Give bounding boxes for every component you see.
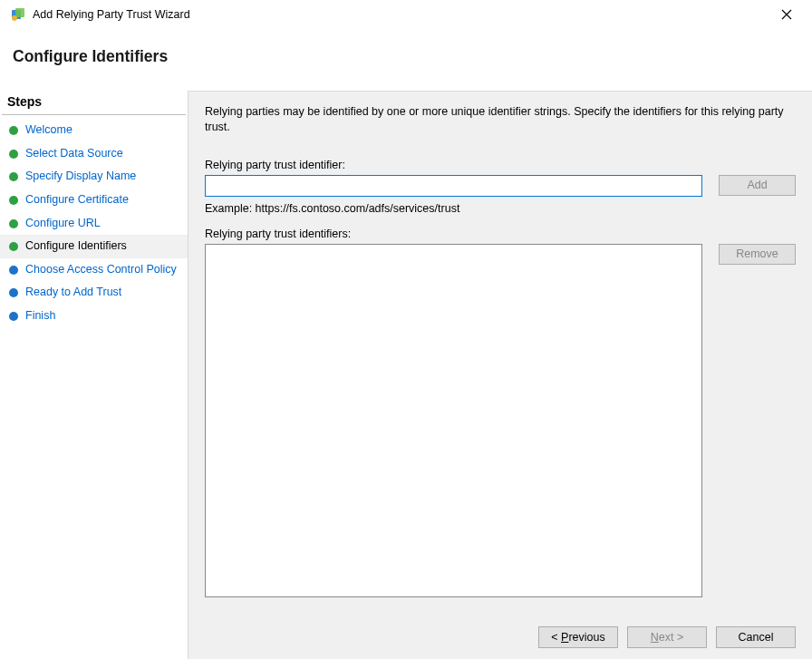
step-bullet-icon: [9, 312, 18, 321]
add-button[interactable]: Add: [719, 175, 796, 196]
page-heading: Configure Identifiers: [13, 47, 799, 66]
step-select-data-source[interactable]: Select Data Source: [0, 142, 188, 166]
work-area: Steps Welcome Select Data Source Specify…: [0, 91, 812, 659]
step-specify-display-name[interactable]: Specify Display Name: [0, 165, 188, 189]
steps-sidebar: Steps Welcome Select Data Source Specify…: [0, 91, 188, 659]
svg-point-2: [12, 15, 17, 21]
remove-button[interactable]: Remove: [719, 244, 796, 265]
step-bullet-icon: [9, 288, 18, 297]
description-text: Relying parties may be identified by one…: [205, 104, 785, 135]
step-label: Choose Access Control Policy: [25, 263, 177, 277]
step-configure-certificate[interactable]: Configure Certificate: [0, 189, 188, 212]
step-ready-to-add-trust[interactable]: Ready to Add Trust: [0, 281, 188, 305]
app-icon: [11, 7, 25, 22]
step-choose-access-control-policy[interactable]: Choose Access Control Policy: [0, 258, 188, 282]
step-bullet-icon: [9, 219, 18, 228]
close-button[interactable]: [768, 2, 805, 27]
step-bullet-icon: [9, 150, 18, 159]
btn-prefix: <: [551, 631, 561, 644]
step-label: Configure Certificate: [25, 193, 129, 208]
step-bullet-icon: [9, 266, 18, 275]
step-bullet-icon: [9, 242, 18, 251]
step-label: Configure Identifiers: [25, 239, 127, 254]
cancel-button[interactable]: Cancel: [716, 626, 796, 648]
identifier-listbox[interactable]: [205, 244, 702, 597]
identifier-input[interactable]: [205, 175, 702, 197]
svg-rect-1: [15, 8, 24, 17]
step-label: Configure URL: [25, 217, 101, 231]
step-welcome[interactable]: Welcome: [0, 119, 188, 142]
identifier-input-label: Relying party trust identifier:: [205, 159, 796, 171]
step-label: Finish: [25, 309, 55, 324]
step-label: Ready to Add Trust: [25, 286, 121, 300]
previous-button[interactable]: < Previous: [538, 626, 618, 648]
next-button[interactable]: Next >: [627, 626, 707, 648]
window-title: Add Relying Party Trust Wizard: [33, 8, 768, 21]
close-icon: [781, 9, 792, 20]
step-label: Specify Display Name: [25, 170, 136, 184]
step-bullet-icon: [9, 126, 18, 135]
step-label: Welcome: [25, 123, 72, 138]
btn-rest: revious: [568, 631, 604, 644]
content-pane: Relying parties may be identified by one…: [188, 91, 812, 659]
step-label: Select Data Source: [25, 147, 123, 161]
btn-rest: ext >: [659, 631, 683, 644]
step-bullet-icon: [9, 196, 18, 205]
identifier-list-label: Relying party trust identifiers:: [205, 228, 796, 240]
page-header: Configure Identifiers: [0, 29, 812, 81]
btn-ul: N: [651, 631, 659, 644]
wizard-footer: < Previous Next > Cancel: [205, 612, 796, 648]
steps-header: Steps: [2, 91, 186, 115]
title-bar: Add Relying Party Trust Wizard: [0, 0, 812, 29]
step-bullet-icon: [9, 172, 18, 181]
step-finish[interactable]: Finish: [0, 305, 188, 328]
identifier-example-text: Example: https://fs.contoso.com/adfs/ser…: [205, 202, 796, 215]
step-configure-url[interactable]: Configure URL: [0, 212, 188, 236]
steps-list: Welcome Select Data Source Specify Displ…: [0, 119, 188, 328]
step-configure-identifiers[interactable]: Configure Identifiers: [0, 235, 188, 258]
